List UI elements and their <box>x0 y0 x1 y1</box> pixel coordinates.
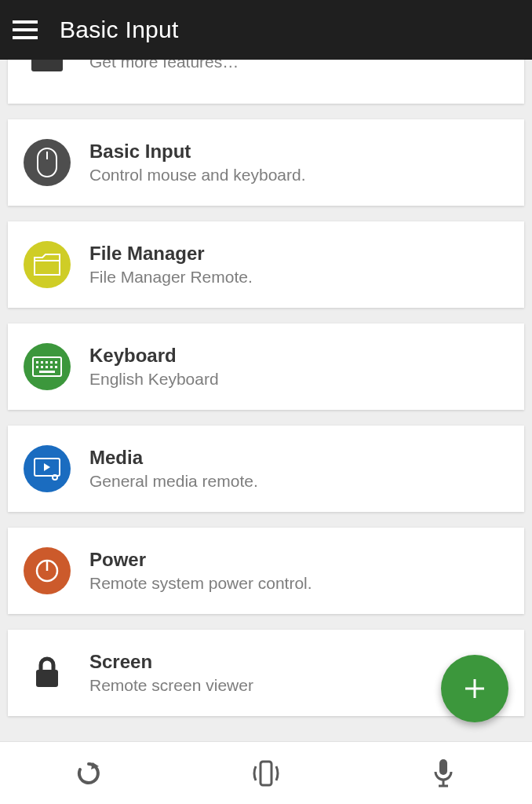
svg-rect-3 <box>31 60 63 71</box>
list-item-text: Get more features… <box>89 60 239 71</box>
svg-rect-12 <box>55 361 57 364</box>
svg-rect-14 <box>41 366 43 368</box>
vibrate-button[interactable] <box>177 742 355 804</box>
svg-rect-0 <box>13 20 38 24</box>
svg-rect-28 <box>261 762 271 785</box>
list-item-text: Basic Input Control mouse and keyboard. <box>89 141 306 185</box>
mic-button[interactable] <box>355 742 532 804</box>
list-item-text: Media General media remote. <box>89 447 258 491</box>
svg-rect-11 <box>50 361 53 364</box>
folder-icon <box>24 241 71 288</box>
list-item-file-manager[interactable]: File Manager File Manager Remote. <box>8 221 524 308</box>
mic-icon <box>433 758 454 789</box>
svg-rect-15 <box>46 366 48 368</box>
svg-rect-9 <box>41 361 43 364</box>
power-icon <box>24 547 71 594</box>
mouse-icon <box>24 139 71 186</box>
bottom-bar <box>0 741 532 804</box>
svg-rect-8 <box>36 361 38 364</box>
list-item-title: File Manager <box>89 243 253 265</box>
svg-rect-24 <box>36 670 58 687</box>
svg-marker-20 <box>44 463 50 471</box>
list-item-title: Screen <box>89 651 253 673</box>
keyboard-icon <box>24 343 71 390</box>
svg-rect-1 <box>13 28 38 31</box>
list-item-subtitle: File Manager Remote. <box>89 268 253 287</box>
vibrate-icon <box>245 758 287 788</box>
refresh-button[interactable] <box>0 742 177 804</box>
list-item-title: Media <box>89 447 258 469</box>
list-item-text: Power Remote system power control. <box>89 549 312 593</box>
list-item-subtitle: Control mouse and keyboard. <box>89 166 306 185</box>
media-icon <box>24 445 71 492</box>
svg-rect-18 <box>39 371 55 373</box>
list-item-subtitle: Remote screen viewer <box>89 676 253 695</box>
list-item-features[interactable]: Get more features… <box>8 60 524 104</box>
menu-icon[interactable] <box>13 20 38 39</box>
list-item-text: Keyboard English Keyboard <box>89 345 219 389</box>
list-item-subtitle: General media remote. <box>89 472 258 491</box>
list-item-basic-input[interactable]: Basic Input Control mouse and keyboard. <box>8 119 524 206</box>
list-item-media[interactable]: Media General media remote. <box>8 426 524 512</box>
plus-icon <box>462 676 487 701</box>
list-item-subtitle: Get more features… <box>89 60 239 71</box>
list-item-title: Power <box>89 549 312 571</box>
list-item-text: Screen Remote screen viewer <box>89 651 253 695</box>
list-item-power[interactable]: Power Remote system power control. <box>8 528 524 614</box>
svg-rect-10 <box>46 361 48 364</box>
refresh-icon <box>75 760 102 787</box>
features-icon <box>24 60 71 84</box>
list-item-text: File Manager File Manager Remote. <box>89 243 253 287</box>
list-item-title: Keyboard <box>89 345 219 367</box>
svg-rect-17 <box>55 366 57 368</box>
list-item-subtitle: Remote system power control. <box>89 574 312 593</box>
page-title: Basic Input <box>60 16 179 43</box>
list-item-title: Basic Input <box>89 141 306 163</box>
svg-rect-16 <box>50 366 53 368</box>
svg-rect-13 <box>36 366 38 368</box>
lock-icon <box>24 649 71 696</box>
remote-list: Get more features… Basic Input Control m… <box>0 60 532 741</box>
svg-rect-2 <box>13 36 38 39</box>
list-item-keyboard[interactable]: Keyboard English Keyboard <box>8 323 524 410</box>
app-bar: Basic Input <box>0 0 532 60</box>
svg-rect-29 <box>439 759 447 775</box>
add-button[interactable] <box>441 655 508 722</box>
list-item-subtitle: English Keyboard <box>89 370 219 389</box>
svg-point-21 <box>53 475 57 480</box>
